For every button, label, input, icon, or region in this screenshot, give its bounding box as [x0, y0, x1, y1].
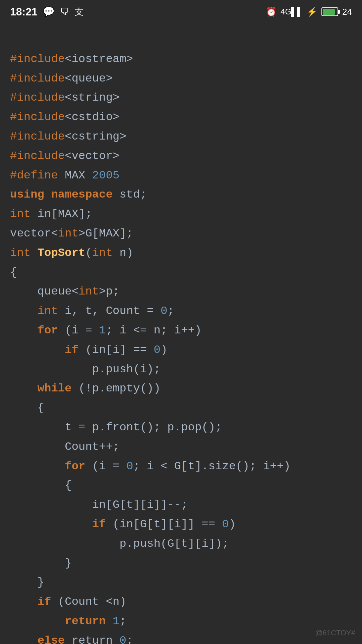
status-right: ⏰ 4G▌▌ ⚡ 24: [266, 7, 352, 17]
signal-icon: 4G▌▌: [281, 7, 303, 16]
code-content: #include<iostream> #include<queue> #incl…: [0, 23, 362, 644]
battery-level: 24: [342, 7, 352, 17]
message-icon: 💬: [43, 6, 55, 17]
status-time: 18:21: [10, 6, 38, 18]
status-left: 18:21 💬 🗨 支: [10, 6, 83, 18]
alarm-icon: ⏰: [266, 7, 277, 17]
alipay-icon: 支: [75, 6, 83, 18]
status-bar: 18:21 💬 🗨 支 ⏰ 4G▌▌ ⚡ 24: [0, 0, 362, 23]
battery-indicator: [321, 7, 338, 16]
bolt-icon: ⚡: [307, 7, 317, 17]
code-line-1: #include: [10, 53, 65, 65]
watermark: @61CTOY#: [315, 629, 355, 637]
chat-icon: 🗨: [60, 6, 69, 17]
